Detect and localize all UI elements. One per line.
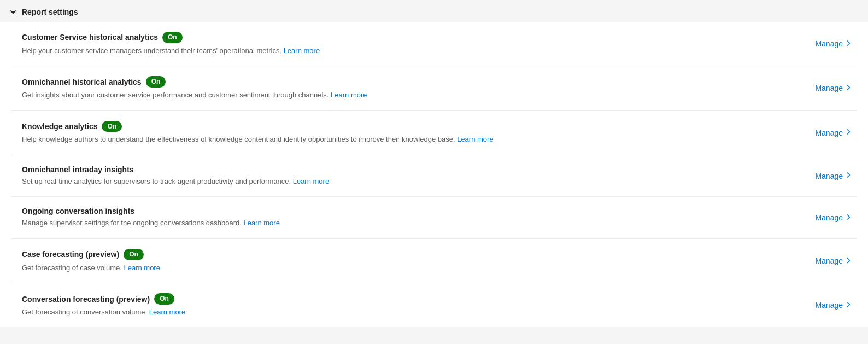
manage-button[interactable]: Manage — [815, 37, 852, 50]
chevron-down-icon — [9, 8, 17, 16]
setting-item: Ongoing conversation insightsManage supe… — [11, 197, 857, 239]
setting-right: Manage — [815, 254, 852, 267]
chevron-right-icon — [845, 40, 852, 48]
chevron-right-icon — [845, 172, 852, 180]
setting-left: Knowledge analyticsOnHelp knowledge auth… — [22, 121, 793, 145]
setting-left: Case forecasting (preview)OnGet forecast… — [22, 249, 793, 273]
manage-button[interactable]: Manage — [815, 81, 852, 95]
learn-more-link[interactable]: Learn more — [457, 135, 493, 143]
setting-description: Help knowledge authors to understand the… — [22, 134, 793, 145]
setting-name: Knowledge analytics — [22, 122, 97, 131]
learn-more-link[interactable]: Learn more — [243, 219, 279, 227]
setting-left: Ongoing conversation insightsManage supe… — [22, 207, 793, 229]
setting-item: Knowledge analyticsOnHelp knowledge auth… — [11, 111, 857, 155]
manage-label: Manage — [815, 39, 843, 48]
setting-description: Get forecasting of case volume. Learn mo… — [22, 263, 793, 273]
setting-item: Conversation forecasting (preview)OnGet … — [11, 283, 857, 327]
setting-left: Customer Service historical analyticsOnH… — [22, 32, 793, 56]
setting-item: Case forecasting (preview)OnGet forecast… — [11, 239, 857, 283]
setting-description: Manage supervisor settings for the ongoi… — [22, 218, 793, 229]
setting-title-row: Knowledge analyticsOn — [22, 121, 793, 132]
setting-name: Customer Service historical analytics — [22, 33, 158, 42]
setting-item: Customer Service historical analyticsOnH… — [11, 22, 857, 66]
setting-left: Omnichannel historical analyticsOnGet in… — [22, 76, 793, 100]
setting-right: Manage — [815, 211, 852, 224]
manage-label: Manage — [815, 301, 843, 310]
chevron-right-icon — [845, 214, 852, 222]
setting-item: Omnichannel historical analyticsOnGet in… — [11, 66, 857, 110]
setting-description: Get insights about your customer service… — [22, 90, 793, 101]
chevron-right-icon — [845, 129, 852, 137]
on-badge: On — [102, 121, 122, 132]
setting-description: Get forecasting of conversation volume. … — [22, 307, 793, 318]
setting-title-row: Ongoing conversation insights — [22, 207, 793, 215]
chevron-right-icon — [845, 301, 852, 310]
setting-right: Manage — [815, 37, 852, 50]
learn-more-link[interactable]: Learn more — [124, 264, 160, 272]
manage-label: Manage — [815, 213, 843, 222]
manage-label: Manage — [815, 172, 843, 180]
setting-name: Omnichannel historical analytics — [22, 78, 142, 86]
manage-button[interactable]: Manage — [815, 211, 852, 224]
learn-more-link[interactable]: Learn more — [331, 91, 367, 99]
chevron-right-icon — [845, 84, 852, 92]
section-title: Report settings — [22, 8, 78, 16]
manage-label: Manage — [815, 129, 843, 137]
manage-label: Manage — [815, 256, 843, 265]
manage-button[interactable]: Manage — [815, 299, 852, 312]
manage-button[interactable]: Manage — [815, 170, 852, 183]
learn-more-link[interactable]: Learn more — [284, 46, 320, 55]
setting-left: Conversation forecasting (preview)OnGet … — [22, 293, 793, 317]
section-header[interactable]: Report settings — [0, 0, 868, 22]
setting-description: Help your customer service managers unde… — [22, 45, 793, 56]
on-badge: On — [124, 249, 144, 260]
setting-name: Case forecasting (preview) — [22, 250, 119, 259]
setting-left: Omnichannel intraday insightsSet up real… — [22, 165, 793, 187]
setting-title-row: Case forecasting (preview)On — [22, 249, 793, 260]
learn-more-link[interactable]: Learn more — [149, 308, 185, 316]
setting-right: Manage — [815, 81, 852, 95]
on-badge: On — [162, 32, 183, 43]
on-badge: On — [154, 293, 174, 305]
setting-title-row: Omnichannel intraday insights — [22, 165, 793, 174]
settings-list: Customer Service historical analyticsOnH… — [0, 22, 868, 327]
setting-item: Omnichannel intraday insightsSet up real… — [11, 155, 857, 197]
setting-right: Manage — [815, 299, 852, 312]
setting-description: Set up real-time analytics for superviso… — [22, 176, 793, 187]
manage-label: Manage — [815, 84, 843, 92]
setting-title-row: Omnichannel historical analyticsOn — [22, 76, 793, 88]
setting-name: Omnichannel intraday insights — [22, 165, 134, 174]
chevron-right-icon — [845, 257, 852, 265]
page-container: Report settings Customer Service histori… — [0, 0, 868, 327]
setting-title-row: Customer Service historical analyticsOn — [22, 32, 793, 43]
setting-title-row: Conversation forecasting (preview)On — [22, 293, 793, 305]
manage-button[interactable]: Manage — [815, 126, 852, 139]
on-badge: On — [146, 76, 166, 88]
manage-button[interactable]: Manage — [815, 254, 852, 267]
setting-name: Ongoing conversation insights — [22, 207, 134, 215]
setting-right: Manage — [815, 170, 852, 183]
learn-more-link[interactable]: Learn more — [293, 177, 329, 185]
setting-right: Manage — [815, 126, 852, 139]
setting-name: Conversation forecasting (preview) — [22, 295, 150, 304]
